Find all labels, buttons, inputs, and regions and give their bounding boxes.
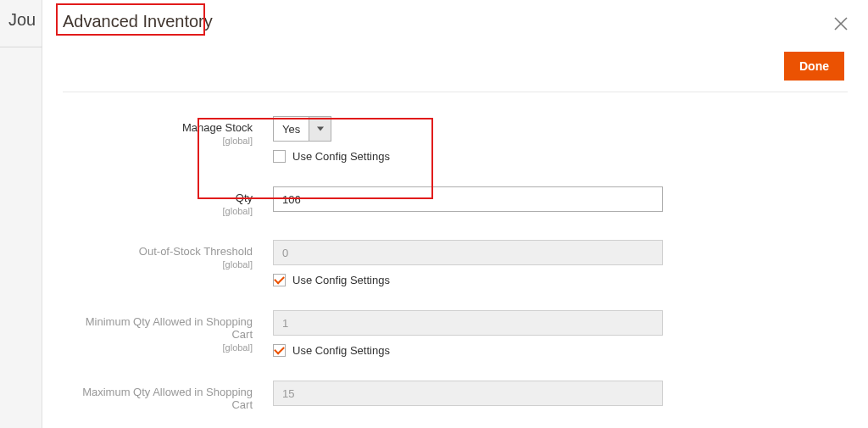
qty-label-wrap: Qty [global] xyxy=(63,186,273,216)
manage-stock-scope: [global] xyxy=(63,136,253,146)
min-qty-cart-scope: [global] xyxy=(63,342,253,353)
qty-control xyxy=(273,186,663,212)
oost-use-config-row: Use Config Settings xyxy=(273,274,663,286)
manage-stock-label: Manage Stock xyxy=(182,121,253,134)
done-button[interactable]: Done xyxy=(784,52,844,81)
page-divider xyxy=(0,47,42,47)
manage-stock-use-config-label: Use Config Settings xyxy=(292,150,390,163)
field-min-qty-cart: Minimum Qty Allowed in Shopping Cart [gl… xyxy=(63,310,848,357)
min-qty-cart-label: Minimum Qty Allowed in Shopping Cart xyxy=(86,315,253,341)
max-qty-cart-label: Maximum Qty Allowed in Shopping Cart xyxy=(82,386,253,411)
max-qty-cart-label-wrap: Maximum Qty Allowed in Shopping Cart xyxy=(63,381,273,411)
oost-use-config-label: Use Config Settings xyxy=(292,274,390,286)
oost-use-config-checkbox[interactable] xyxy=(273,274,286,286)
max-qty-cart-input xyxy=(273,381,663,406)
manage-stock-value: Yes xyxy=(274,117,309,141)
qty-input[interactable] xyxy=(273,186,663,212)
max-qty-cart-control xyxy=(273,381,663,406)
manage-stock-control: Yes Use Config Settings xyxy=(273,116,663,163)
chevron-down-icon[interactable] xyxy=(309,117,331,141)
advanced-inventory-modal: Advanced Inventory Done Manage Stock [gl… xyxy=(42,0,868,428)
field-max-qty-cart: Maximum Qty Allowed in Shopping Cart xyxy=(63,381,848,411)
oost-label-wrap: Out-of-Stock Threshold [global] xyxy=(63,240,273,270)
manage-stock-use-config-row: Use Config Settings xyxy=(273,150,663,163)
modal-title: Advanced Inventory xyxy=(63,12,213,31)
oost-control: Use Config Settings xyxy=(273,240,663,286)
min-qty-cart-use-config-checkbox[interactable] xyxy=(273,344,286,357)
manage-stock-use-config-checkbox[interactable] xyxy=(273,150,286,163)
modal-header: Advanced Inventory xyxy=(42,0,868,40)
close-icon[interactable] xyxy=(832,15,849,32)
manage-stock-label-wrap: Manage Stock [global] xyxy=(63,116,273,146)
field-qty: Qty [global] xyxy=(63,186,848,216)
oost-input xyxy=(273,240,663,265)
field-out-of-stock-threshold: Out-of-Stock Threshold [global] Use Conf… xyxy=(63,240,848,286)
min-qty-cart-use-config-label: Use Config Settings xyxy=(292,344,390,357)
qty-label: Qty xyxy=(236,192,253,204)
field-manage-stock: Manage Stock [global] Yes Use Config Set… xyxy=(63,116,848,163)
svg-marker-2 xyxy=(317,127,324,131)
form-area: Manage Stock [global] Yes Use Config Set… xyxy=(42,92,868,420)
min-qty-cart-use-config-row: Use Config Settings xyxy=(273,344,663,357)
oost-scope: [global] xyxy=(63,259,253,270)
manage-stock-select[interactable]: Yes xyxy=(273,116,331,142)
min-qty-cart-input xyxy=(273,310,663,336)
min-qty-cart-label-wrap: Minimum Qty Allowed in Shopping Cart [gl… xyxy=(63,310,273,353)
min-qty-cart-control: Use Config Settings xyxy=(273,310,663,357)
page-behind: Jou xyxy=(0,0,42,428)
oost-label: Out-of-Stock Threshold xyxy=(139,245,253,258)
qty-scope: [global] xyxy=(63,206,253,216)
page-title-fragment: Jou xyxy=(8,10,36,29)
modal-toolbar: Done xyxy=(63,40,848,92)
